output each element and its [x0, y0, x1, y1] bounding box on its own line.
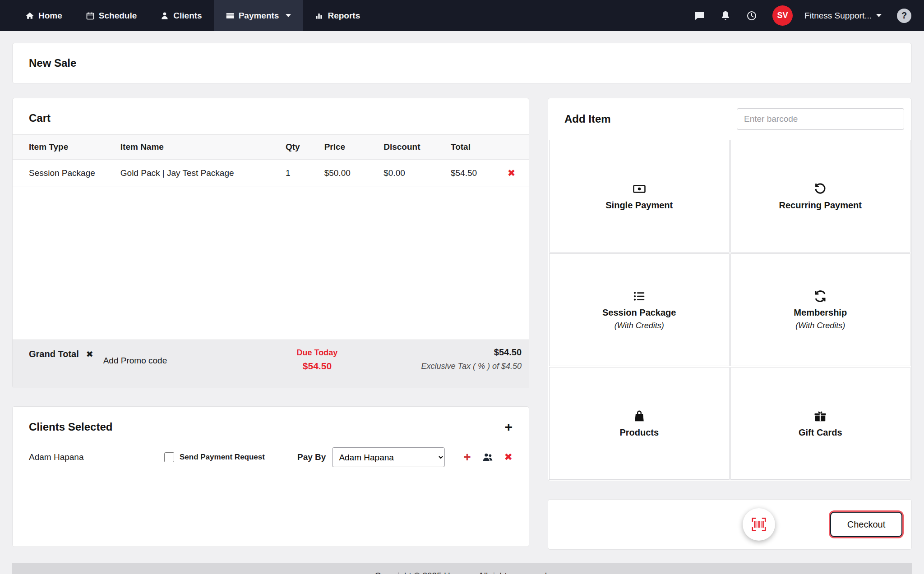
help-icon[interactable]: ? — [897, 9, 911, 23]
bell-icon[interactable] — [720, 10, 731, 21]
cart-title: Cart — [29, 112, 51, 124]
add-payer-icon[interactable]: + — [463, 451, 471, 464]
cart-item-type: Session Package — [13, 160, 116, 187]
nav-item-payments[interactable]: Payments — [214, 0, 303, 31]
remove-client-icon[interactable]: ✖ — [504, 451, 513, 463]
send-payment-request-label: Send Payment Request — [180, 453, 265, 462]
bar-chart-icon — [314, 11, 323, 20]
clients-empty-area — [13, 479, 529, 546]
add-item-title: Add Item — [564, 113, 611, 125]
column-header-price: Price — [320, 135, 379, 160]
cart-card: Cart Item Type Item Name Qty Price Disco… — [12, 98, 529, 388]
cart-table: Item Type Item Name Qty Price Discount T… — [13, 134, 529, 187]
tile-products[interactable]: Products — [549, 367, 730, 480]
cart-item-discount: $0.00 — [379, 160, 446, 187]
add-item-card: Add Item Single Payment — [548, 98, 912, 481]
barcode-scan-button[interactable] — [743, 508, 775, 541]
add-item-tiles: Single Payment Recurring Payment — [548, 140, 911, 481]
nav-item-home[interactable]: Home — [14, 0, 74, 31]
nav-item-clients[interactable]: Clients — [148, 0, 213, 31]
cart-item-price: $50.00 — [320, 160, 379, 187]
grand-total-section: Grand Total ✖ Add Promo code Due Today $… — [13, 340, 529, 388]
grand-total-label: Grand Total — [29, 349, 79, 359]
clients-selected-title: Clients Selected — [29, 421, 112, 433]
column-header-item-type: Item Type — [13, 135, 116, 160]
cart-row: Session Package Gold Pack | Jay Test Pac… — [13, 160, 529, 187]
add-promo-code-link[interactable]: Add Promo code — [103, 356, 167, 366]
footer: Copyright © 2025 Hapana. All rights rese… — [12, 563, 912, 574]
barcode-icon — [751, 516, 767, 533]
main-nav: Home Schedule Clients Payments Report — [0, 0, 372, 31]
avatar[interactable]: SV — [772, 5, 793, 26]
tax-note: Exclusive Tax ( % ) of $4.50 — [421, 362, 522, 371]
home-icon — [25, 11, 34, 20]
barcode-input[interactable] — [737, 108, 904, 130]
credit-card-icon — [226, 11, 235, 20]
due-today-label: Due Today — [297, 348, 338, 358]
shopping-bag-icon — [633, 409, 646, 423]
send-payment-request-checkbox[interactable] — [164, 452, 174, 462]
nav-label: Clients — [173, 11, 202, 21]
main-content: New Sale Cart Item Type Item Name Qty Pr… — [0, 31, 924, 574]
list-icon — [633, 289, 646, 303]
remove-item-icon[interactable]: ✖ — [508, 168, 516, 178]
cart-empty-area — [13, 187, 529, 340]
nav-label: Schedule — [99, 11, 137, 21]
chat-icon[interactable] — [694, 10, 705, 21]
navbar-actions: SV Fitness Support... ? — [694, 0, 924, 31]
account-menu[interactable]: Fitness Support... — [804, 11, 882, 21]
add-client-button[interactable]: + — [504, 420, 513, 434]
clear-cart-icon[interactable]: ✖ — [86, 349, 93, 359]
column-header-total: Total — [446, 135, 503, 160]
calendar-icon — [86, 11, 95, 20]
people-icon[interactable] — [482, 451, 494, 463]
tile-membership[interactable]: Membership (With Credits) — [730, 253, 911, 366]
nav-label: Payments — [239, 11, 279, 21]
checkout-bar: Checkout — [548, 499, 912, 550]
cart-item-total: $54.50 — [446, 160, 503, 187]
tile-recurring-payment[interactable]: Recurring Payment — [730, 140, 911, 253]
tile-single-payment[interactable]: Single Payment — [549, 140, 730, 253]
person-icon — [160, 11, 169, 20]
account-name: Fitness Support... — [804, 11, 872, 21]
checkout-button[interactable]: Checkout — [830, 512, 902, 537]
tile-gift-cards[interactable]: Gift Cards — [730, 367, 911, 480]
pay-by-select[interactable]: Adam Hapana — [332, 447, 445, 467]
column-header-qty: Qty — [281, 135, 320, 160]
nav-item-reports[interactable]: Reports — [303, 0, 372, 31]
tile-session-package[interactable]: Session Package (With Credits) — [549, 253, 730, 366]
rotate-ccw-icon — [813, 182, 827, 196]
new-sale-card: New Sale — [12, 43, 912, 83]
due-today-amount: $54.50 — [297, 361, 338, 372]
banknote-icon — [633, 182, 646, 196]
cart-item-qty: 1 — [281, 160, 320, 187]
gift-icon — [813, 409, 827, 423]
chevron-down-icon — [876, 14, 882, 17]
pay-by-label: Pay By — [297, 452, 326, 462]
clients-selected-card: Clients Selected + Adam Hapana Send Paym… — [12, 406, 529, 547]
nav-label: Home — [38, 11, 62, 21]
grand-total-amount: $54.50 — [421, 347, 522, 358]
clock-icon[interactable] — [746, 10, 757, 21]
page-title: New Sale — [29, 57, 895, 69]
nav-label: Reports — [328, 11, 360, 21]
cart-item-name: Gold Pack | Jay Test Package — [116, 160, 281, 187]
chevron-down-icon — [286, 14, 291, 17]
column-header-item-name: Item Name — [116, 135, 281, 160]
column-header-discount: Discount — [379, 135, 446, 160]
copyright-text: Copyright © 2025 Hapana. All rights rese… — [375, 571, 550, 574]
client-row: Adam Hapana Send Payment Request Pay By … — [13, 444, 529, 479]
client-name: Adam Hapana — [29, 452, 164, 462]
top-navbar: Home Schedule Clients Payments Report — [0, 0, 924, 31]
nav-item-schedule[interactable]: Schedule — [74, 0, 148, 31]
sync-icon — [813, 289, 827, 303]
